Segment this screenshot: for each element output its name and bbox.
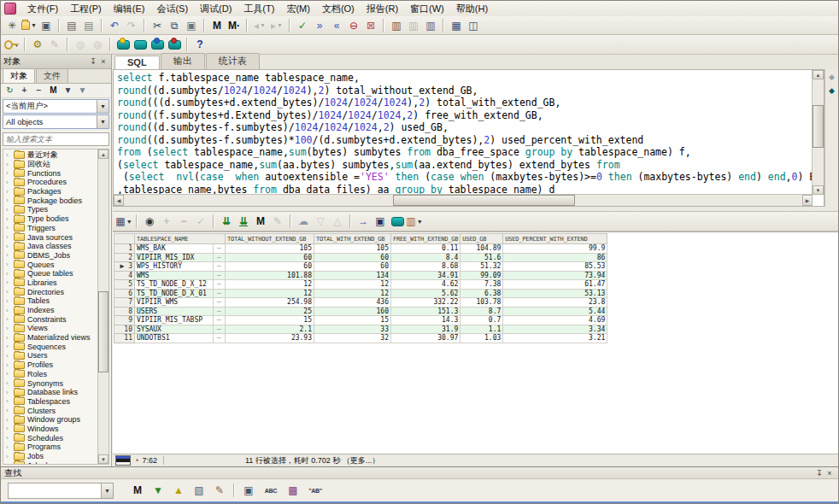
- expander-icon[interactable]: ›: [6, 352, 11, 360]
- close-icon[interactable]: ×: [824, 469, 835, 478]
- edit-data-icon[interactable]: ✎: [270, 214, 285, 229]
- tree-item[interactable]: ›Database links: [6, 388, 109, 397]
- report-window-icon[interactable]: [150, 37, 165, 52]
- column-header[interactable]: FREE_WITH_EXTEND_GB: [391, 234, 461, 244]
- table-row[interactable]: 11UNDOTBS1—23.933230.971.033.21: [114, 334, 607, 343]
- object-filter-selector[interactable]: All objects ▼: [3, 114, 109, 129]
- table-row[interactable]: 7VIPIIR_WMS—254.98436332.22103.7823.8: [114, 298, 607, 308]
- expander-icon[interactable]: ›: [6, 425, 11, 432]
- expander-icon[interactable]: ›: [6, 443, 11, 451]
- collapse-node-icon[interactable]: −: [32, 85, 45, 97]
- expander-icon[interactable]: ›: [6, 461, 11, 465]
- tool-window-icon[interactable]: ▥: [389, 18, 404, 33]
- chevron-down-icon[interactable]: ▼: [97, 115, 109, 128]
- expander-icon[interactable]: ›: [6, 307, 11, 314]
- expander-icon[interactable]: ›: [6, 297, 11, 305]
- table-row[interactable]: 5TS_TD_NODE_D_X_12—12124.627.3861.47: [114, 280, 607, 290]
- expander-icon[interactable]: ›: [6, 397, 11, 405]
- expander-icon[interactable]: ›: [6, 188, 11, 196]
- expander-icon[interactable]: ›: [6, 315, 11, 323]
- back-icon[interactable]: ◂▼: [252, 18, 267, 33]
- logon-key-icon[interactable]: ▼: [4, 37, 20, 52]
- expander-icon[interactable]: ›: [6, 370, 11, 378]
- expander-icon[interactable]: ›: [6, 453, 11, 460]
- expander-icon[interactable]: ›: [6, 334, 11, 342]
- chevron-down-icon[interactable]: ▼: [101, 483, 113, 498]
- tree-item[interactable]: ›Job classes: [6, 460, 109, 465]
- tree-item[interactable]: ›Directories: [6, 287, 109, 296]
- scroll-left-icon[interactable]: ◀: [114, 195, 124, 206]
- export-icon[interactable]: →: [355, 214, 371, 229]
- find-icon[interactable]: M: [209, 18, 225, 33]
- paste-icon[interactable]: ▣: [184, 18, 199, 33]
- pin-icon[interactable]: ↧: [814, 469, 824, 478]
- file-menu[interactable]: 文件(F): [21, 3, 64, 15]
- sql-editor[interactable]: select f.tablespace_name tablespace_name…: [114, 70, 813, 195]
- tab-sql[interactable]: SQL: [114, 56, 160, 69]
- expander-icon[interactable]: ›: [6, 243, 11, 250]
- column-header[interactable]: TABLESPACE_NAME: [135, 234, 226, 244]
- expander-icon[interactable]: ›: [6, 261, 11, 268]
- expander-icon[interactable]: ›: [6, 343, 11, 350]
- window-menu[interactable]: 窗口(W): [404, 3, 450, 15]
- fetch-next-page-icon[interactable]: ⇊: [219, 214, 234, 229]
- tree-item[interactable]: ›Triggers: [6, 224, 109, 233]
- expander-icon[interactable]: ›: [6, 407, 11, 414]
- filter-icon[interactable]: ▼: [62, 85, 74, 97]
- tree-item[interactable]: ›Libraries: [6, 278, 109, 288]
- preferences-gear-icon[interactable]: ⚙: [30, 37, 45, 52]
- tree-item[interactable]: ›Window groups: [6, 415, 109, 425]
- close-icon[interactable]: ×: [98, 57, 109, 66]
- tree-item[interactable]: ›Queues: [6, 260, 109, 269]
- scroll-up-icon[interactable]: ▲: [98, 149, 109, 159]
- print-preview-icon[interactable]: ▤: [81, 18, 97, 33]
- sort-asc-icon[interactable]: △: [330, 214, 345, 229]
- tree-item[interactable]: ›Java classes: [6, 242, 109, 251]
- tree-item[interactable]: ›回收站: [6, 160, 109, 169]
- indent-icon[interactable]: »: [312, 18, 327, 33]
- find-object-icon[interactable]: M: [47, 85, 60, 97]
- edit-find-icon[interactable]: ✎: [210, 483, 229, 498]
- scrollbar-thumb[interactable]: [393, 195, 575, 206]
- tool-window-2-icon[interactable]: ▥: [406, 18, 421, 33]
- expander-icon[interactable]: ›: [6, 389, 11, 396]
- expander-icon[interactable]: ›: [6, 196, 11, 204]
- highlight-icon[interactable]: ▩: [284, 483, 302, 498]
- expander-icon[interactable]: ›: [6, 270, 11, 278]
- table-row[interactable]: 1WMS_BAK—1051050.11104.8999.9: [114, 244, 607, 254]
- help-menu[interactable]: 帮助(H): [450, 3, 494, 15]
- new-session-icon[interactable]: ✳: [4, 18, 20, 33]
- cut-icon[interactable]: ✂: [150, 18, 165, 33]
- outdent-icon[interactable]: «: [329, 18, 344, 33]
- scrollbar-thumb[interactable]: [98, 291, 109, 373]
- tools-menu[interactable]: 工具(T): [238, 3, 280, 15]
- expander-icon[interactable]: ›: [6, 206, 11, 214]
- expander-icon[interactable]: ›: [6, 169, 11, 177]
- copy-icon[interactable]: ⧉: [167, 18, 182, 33]
- tree-item[interactable]: ›Tablespaces: [6, 397, 109, 407]
- tree-item[interactable]: ›Roles: [6, 370, 109, 379]
- commit-icon[interactable]: ◍: [73, 37, 88, 52]
- project-menu[interactable]: 工程(P): [64, 3, 108, 15]
- undo-icon[interactable]: ↶: [107, 18, 122, 33]
- save-icon[interactable]: ▣: [38, 18, 54, 33]
- macro-menu[interactable]: 宏(M): [280, 3, 316, 15]
- expander-icon[interactable]: ›: [6, 416, 11, 424]
- expander-icon[interactable]: ›: [6, 278, 11, 286]
- document-menu[interactable]: 文档(O): [316, 3, 361, 15]
- column-header[interactable]: TOTAL_WITH_EXTEND_GB: [314, 234, 391, 244]
- tree-item[interactable]: ›Package bodies: [6, 196, 109, 205]
- tree-item[interactable]: ›Clusters: [6, 406, 109, 415]
- column-header[interactable]: USED_PERCENT_WITH_EXTEND: [503, 234, 607, 244]
- scroll-right-icon[interactable]: ▶: [802, 195, 813, 206]
- tab-statistics[interactable]: 统计表: [206, 53, 260, 69]
- expander-icon[interactable]: ›: [6, 434, 11, 442]
- execute-check-icon[interactable]: ✓: [295, 18, 310, 33]
- open-document-icon[interactable]: ▼: [21, 18, 37, 33]
- pin-icon[interactable]: ↧: [88, 57, 98, 66]
- split-view-icon[interactable]: ◫: [466, 18, 481, 33]
- selection-icon[interactable]: ▧: [190, 483, 208, 498]
- explain-window-icon[interactable]: [167, 37, 182, 52]
- print-icon[interactable]: ▤: [64, 18, 79, 33]
- debug-menu[interactable]: 调试(D): [194, 3, 238, 15]
